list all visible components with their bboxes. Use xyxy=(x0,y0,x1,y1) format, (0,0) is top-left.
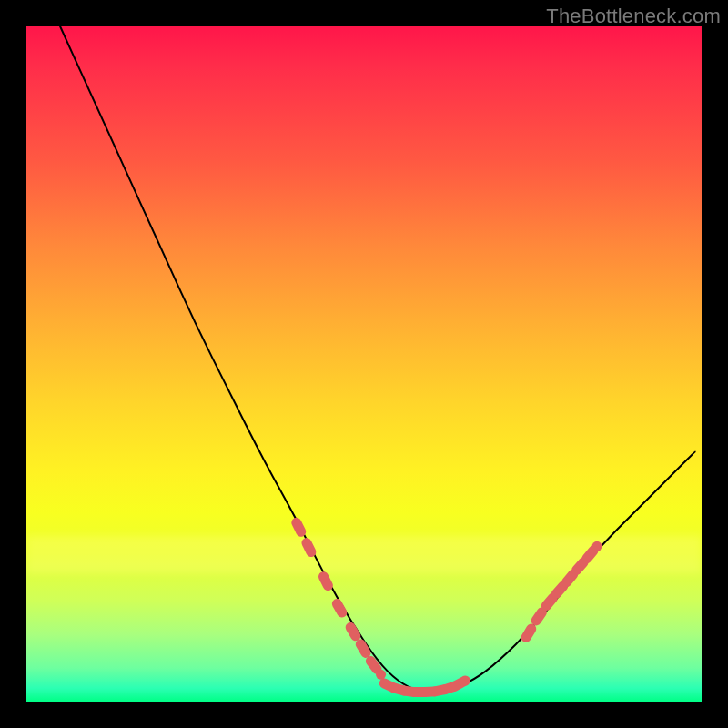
plot-area xyxy=(26,26,702,702)
left-dashed-highlight-dash xyxy=(323,577,328,586)
right-dashed-highlight-dash xyxy=(546,598,552,605)
chart-frame: TheBottleneck.com xyxy=(0,0,728,728)
left-dashed-highlight-dash xyxy=(360,644,366,652)
left-dashed-highlight-dash xyxy=(370,661,377,669)
right-dashed-highlight-dash xyxy=(536,612,541,621)
left-dashed-highlight-dash xyxy=(297,522,301,531)
curve-layer xyxy=(26,26,702,702)
left-dashed-highlight-dash xyxy=(350,627,356,635)
right-dashed-highlight-dash xyxy=(587,551,593,558)
watermark-text: TheBottleneck.com xyxy=(546,5,721,28)
right-dashed-highlight-dash xyxy=(556,586,562,593)
right-dashed-highlight-dash xyxy=(577,562,583,570)
right-dashed-highlight-dash xyxy=(526,629,531,637)
bottleneck-curve xyxy=(60,26,694,692)
right-dashed-highlight-dash xyxy=(567,574,573,581)
left-dashed-highlight-dash xyxy=(307,543,311,552)
left-dashed-highlight-dash xyxy=(337,603,341,612)
